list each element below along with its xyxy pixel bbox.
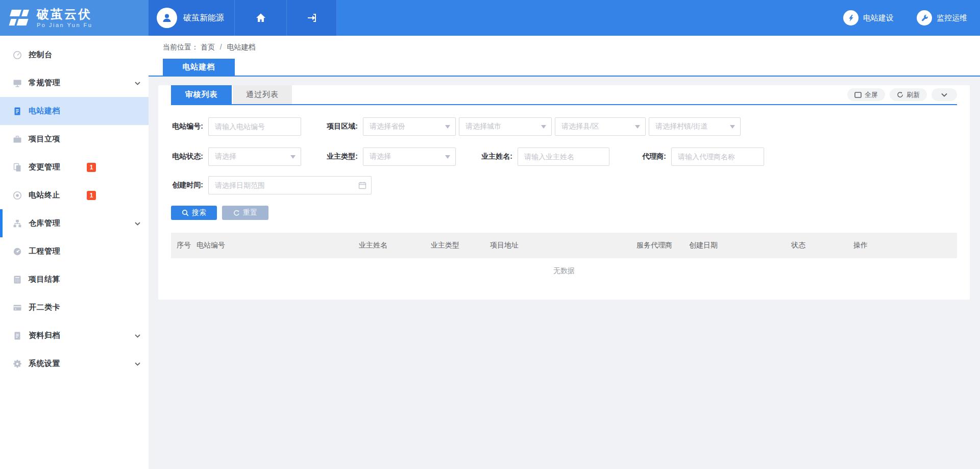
wrench-icon [917,10,932,26]
app-root: 破茧云伏 Po Jian Yun Fu 破茧新能源 [0,0,980,469]
user-menu[interactable]: 破茧新能源 [149,0,235,36]
sidebar-item-general-mgmt[interactable]: 常规管理 [0,69,149,97]
main-content: 当前位置： 首页 / 电站建档 电站建档 审核列表 通过列表 全屏 [149,36,980,469]
col-status: 状态 [791,241,853,250]
page-tab-station-archive[interactable]: 电站建档 [163,59,235,76]
owner-type-select[interactable]: 请选择 [363,147,456,166]
navbar-spacer [337,0,843,36]
city-select[interactable]: 请选择城市 [459,117,552,136]
brand-title: 破茧云伏 [37,8,92,21]
reset-icon [233,210,240,216]
brand-subtitle: Po Jian Yun Fu [37,22,92,28]
document-icon [12,106,22,116]
chevron-down-icon [941,93,947,97]
col-owner-type: 业主类型 [431,241,490,250]
tab-passed-list[interactable]: 通过列表 [233,85,292,104]
fullscreen-button[interactable]: 全屏 [847,88,885,101]
filter-owner-name: 业主姓名: [480,147,609,166]
chevron-down-icon [134,360,141,367]
shortcut-monitor-ops[interactable]: 监控运维 [917,10,967,26]
sidebar-item-data-archive[interactable]: 资料归档 [0,322,149,350]
col-service-agent: 服务代理商 [636,241,689,250]
panel-tabs: 审核列表 通过列表 全屏 刷新 [171,85,957,105]
panel-card: 审核列表 通过列表 全屏 刷新 [158,85,970,300]
tab-review-list[interactable]: 审核列表 [171,85,232,104]
province-select[interactable]: 请选择省份 [363,117,456,136]
top-navbar: 破茧云伏 Po Jian Yun Fu 破茧新能源 [0,0,980,36]
agent-label: 代理商: [634,152,666,161]
chevron-down-icon [134,80,141,86]
chevron-down-icon [134,332,141,339]
home-icon [255,12,267,24]
station-status-select[interactable]: 请选择 [208,147,301,166]
date-range-input[interactable] [208,176,372,194]
sidebar-item-change-mgmt[interactable]: 变更管理 1 [0,153,149,181]
owner-name-input[interactable] [518,147,609,166]
sidebar-item-station-archive[interactable]: 电站建档 [0,97,149,125]
region-label: 项目区域: [326,122,358,131]
station-no-input[interactable] [208,117,301,136]
shortcut-label: 电站建设 [863,13,894,23]
collapse-toolbar-button[interactable] [932,88,957,101]
dashboard-icon [12,50,22,60]
filter-row-2: 电站状态: 请选择 业主类型: 请选择 业主姓名: [171,147,957,166]
select-arrow-icon [290,155,296,159]
sidebar-item-dashboard[interactable]: 控制台 [0,41,149,69]
panel-toolbar: 全屏 刷新 [847,88,957,101]
calculator-icon [12,275,22,285]
filter-owner-type: 业主类型: 请选择 [326,147,456,166]
station-no-label: 电站编号: [171,122,203,131]
sidebar: 控制台 常规管理 电站建档 项目立项 1 [0,36,149,469]
file-icon [12,331,22,341]
shortcut-station-build[interactable]: 电站建设 [843,10,894,26]
sidebar-item-warehouse-mgmt[interactable]: 仓库管理 [0,209,149,237]
search-icon [182,209,189,216]
logout-button[interactable] [287,0,337,36]
owner-name-label: 业主姓名: [480,152,512,161]
created-time-label: 创建时间: [171,181,203,190]
page-header: 当前位置： 首页 / 电站建档 电站建档 [149,36,980,77]
monitor-icon [12,78,22,88]
reset-button[interactable]: 重置 [222,206,268,220]
sidebar-item-project-settlement[interactable]: 项目结算 [0,265,149,293]
select-arrow-icon [635,125,640,129]
owner-type-label: 业主类型: [326,152,358,161]
refresh-button[interactable]: 刷新 [890,88,927,101]
town-select[interactable]: 请选择村镇/街道 [649,117,741,136]
record-circle-icon [12,190,22,201]
county-select[interactable]: 请选择县/区 [555,117,646,136]
region-select-group: 请选择省份 请选择城市 请选择县/区 请选择村镇/街道 [363,117,741,136]
home-button[interactable] [235,0,287,36]
badge-count: 1 [87,163,96,172]
card-icon [12,303,22,313]
company-name: 破茧新能源 [183,13,224,23]
shortcut-label: 监控运维 [937,13,967,23]
calendar-icon [358,181,366,189]
brand-logo: 破茧云伏 Po Jian Yun Fu [0,0,149,36]
gauge-icon [12,246,22,257]
breadcrumb-home-link[interactable]: 首页 [201,43,215,51]
filter-created-time: 创建时间: [171,176,372,194]
filter-row-3: 创建时间: [171,176,957,194]
filter-row-1: 电站编号: 项目区域: 请选择省份 请选择城市 [171,117,957,136]
sitemap-icon [12,218,22,229]
date-range-picker[interactable] [208,176,372,194]
gear-icon [12,359,22,369]
badge-count: 1 [87,191,96,200]
agent-input[interactable] [671,147,764,166]
sidebar-item-project-initiation[interactable]: 项目立项 1 [0,125,149,153]
filter-actions: 搜索 重置 [171,206,957,220]
avatar [157,8,177,28]
search-button[interactable]: 搜索 [171,206,217,220]
lightning-icon [843,10,859,26]
col-actions: 操作 [853,241,957,250]
station-status-label: 电站状态: [171,152,203,161]
table-empty-state: 无数据 [171,258,957,284]
sidebar-item-open-type2-card[interactable]: 开二类卡 [0,293,149,322]
sidebar-item-system-settings[interactable]: 系统设置 [0,350,149,378]
sidebar-item-station-termination[interactable]: 电站终止 1 [0,181,149,209]
briefcase-icon [12,134,22,144]
filter-region: 项目区域: 请选择省份 请选择城市 请选择县/区 [326,117,741,136]
breadcrumb: 当前位置： 首页 / 电站建档 [149,36,980,52]
sidebar-item-engineering-mgmt[interactable]: 工程管理 [0,237,149,265]
